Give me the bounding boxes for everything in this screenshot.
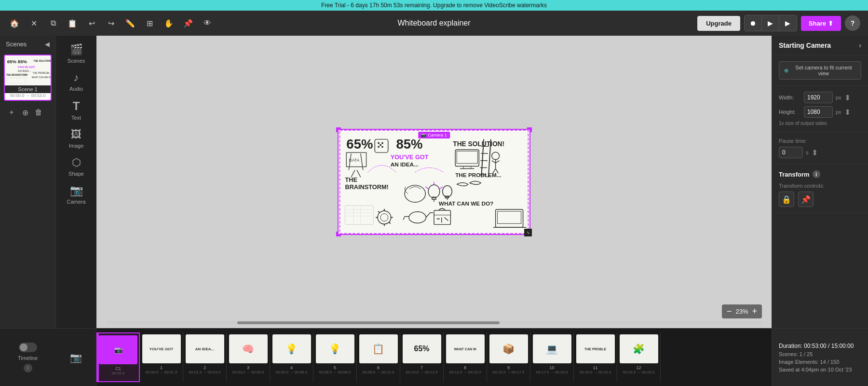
timeline-frame-3[interactable]: 🧠 3 00:03.0 → 00:05.5 bbox=[227, 332, 270, 382]
pin-transform-button[interactable]: 📌 bbox=[798, 192, 814, 207]
timeline-info-button[interactable]: i bbox=[24, 364, 32, 372]
svg-point-24 bbox=[381, 142, 383, 144]
height-input[interactable] bbox=[804, 106, 833, 118]
timeline-frames: 📷 C1 00:00.0 YOU'VE GOT 1 00:00.0 → 00:0… bbox=[96, 329, 772, 386]
timeline-frame-12[interactable]: 🧩 12 00:22.5 → 00:25.0 bbox=[617, 332, 661, 382]
status-right: Duration: 00:53:00 / 15:00:00 Scenes: 1 … bbox=[772, 329, 868, 386]
tool-text[interactable]: T Text bbox=[56, 96, 96, 124]
frame-time-9: 00:15.0 → 00:17.5 bbox=[493, 370, 525, 374]
timeline-camera-icon: 📷 bbox=[70, 352, 82, 363]
frame-label-c1: C1 bbox=[115, 366, 121, 371]
timeline-frame-11[interactable]: THE PROBLE 11 00:20.0 → 00:22.5 bbox=[574, 332, 617, 382]
toolbar-right: Upgrade ⏺ ▶ ▶ Share ⬆ ? bbox=[697, 15, 860, 31]
svg-text:YOU'VE GOT: YOU'VE GOT bbox=[18, 66, 35, 69]
pause-stepper[interactable]: ⬍ bbox=[812, 148, 818, 157]
pin-icon[interactable]: 📌 bbox=[181, 16, 195, 30]
camera-label: 📷 Camera 1 bbox=[418, 132, 450, 138]
zoom-in-button[interactable]: + bbox=[752, 306, 757, 317]
frame-label-11: 11 bbox=[593, 365, 597, 370]
grid-icon[interactable]: ⊞ bbox=[143, 16, 156, 30]
duplicate-icon[interactable]: ⧉ bbox=[46, 16, 60, 30]
camera-fit-button[interactable]: ⊕ Set camera to fit current view bbox=[779, 61, 861, 80]
camera-icon-small: 📷 bbox=[421, 133, 426, 138]
height-stepper[interactable]: ⬍ bbox=[844, 108, 851, 117]
timeline-frame-4[interactable]: 💡 4 00:05.5 → 00:06.5 bbox=[270, 332, 313, 382]
playback-play-btn[interactable]: ▶ bbox=[779, 15, 797, 31]
playback-preview-btn[interactable]: ▶ bbox=[762, 15, 779, 31]
frame-label-7: 7 bbox=[420, 365, 423, 370]
scene-label: Scene 1 bbox=[5, 85, 51, 93]
scene-thumbnail[interactable]: 65% 85% YOU'VE GOT AN IDEA... THE SOLUTI… bbox=[4, 55, 52, 101]
add-scene-after-button[interactable]: ⊕ bbox=[19, 107, 31, 118]
svg-point-26 bbox=[381, 146, 383, 148]
timeline-frame-7[interactable]: 65% 7 00:10.0 → 00:12.5 bbox=[400, 332, 444, 382]
tool-image[interactable]: 🖼 Image bbox=[56, 124, 96, 152]
transform-info-badge[interactable]: i bbox=[813, 170, 820, 178]
width-input[interactable] bbox=[804, 92, 833, 103]
width-stepper[interactable]: ⬍ bbox=[844, 93, 851, 102]
share-button[interactable]: Share ⬆ bbox=[801, 16, 841, 31]
tool-camera[interactable]: 📷 Camera bbox=[56, 180, 96, 208]
scenes-info-text: Scenes: 1 / 25 bbox=[779, 351, 861, 357]
frame-label-9: 9 bbox=[507, 365, 510, 370]
tool-audio-label: Audio bbox=[69, 86, 83, 92]
timeline-frame-5[interactable]: 💡 5 00:06.5 → 00:08.0 bbox=[313, 332, 357, 382]
frame-time-2: 00:01.5 → 00:03.0 bbox=[189, 370, 221, 374]
canvas-scrollbar[interactable] bbox=[106, 321, 762, 324]
image-elements-text: Image Elements: 14 / 150 bbox=[779, 359, 861, 365]
close-icon[interactable]: ✕ bbox=[27, 16, 41, 30]
tool-scenes[interactable]: 🎬 Scenes bbox=[56, 40, 96, 68]
add-scene-button[interactable]: + bbox=[6, 107, 17, 118]
draw-icon[interactable]: ✏️ bbox=[123, 16, 137, 30]
scenes-collapse-icon[interactable]: ◀ bbox=[45, 41, 50, 48]
delete-scene-button[interactable]: 🗑 bbox=[33, 107, 44, 118]
save-icon[interactable]: 📋 bbox=[66, 16, 79, 30]
upgrade-button[interactable]: Upgrade bbox=[697, 16, 740, 31]
image-icon: 🖼 bbox=[71, 128, 81, 141]
timeline-frame-1[interactable]: YOU'VE GOT 1 00:00.0 → 00:01.5 bbox=[140, 332, 183, 382]
svg-text:AN IDEA...: AN IDEA... bbox=[391, 161, 419, 167]
project-title: Whiteboard explainer bbox=[397, 19, 470, 28]
frame-label-12: 12 bbox=[636, 365, 641, 370]
lock-transform-button[interactable]: 🔒 bbox=[779, 192, 794, 207]
timeline-frame-6[interactable]: 📋 6 00:08.0 → 00:10.0 bbox=[357, 332, 400, 382]
scenes-title: Scenes bbox=[6, 41, 27, 48]
share-icon: ⬆ bbox=[828, 20, 833, 27]
zoom-out-button[interactable]: − bbox=[727, 306, 732, 317]
tool-audio[interactable]: ♪ Audio bbox=[56, 68, 96, 96]
timeline-frame-c1[interactable]: 📷 C1 00:00.0 bbox=[96, 332, 140, 382]
right-panel-expander[interactable]: › bbox=[859, 41, 861, 49]
help-button[interactable]: ? bbox=[845, 15, 860, 31]
preview-icon[interactable]: 👁 bbox=[201, 16, 214, 30]
corner-resize-icon[interactable]: ⤡ bbox=[524, 229, 532, 236]
timeline-label: Timeline bbox=[18, 355, 38, 361]
whiteboard-frame[interactable]: 📷 Camera 1 65% bbox=[338, 129, 530, 235]
playback-record-btn[interactable]: ⏺ bbox=[745, 15, 762, 31]
canvas-area[interactable]: 📷 Camera 1 65% bbox=[96, 36, 772, 328]
undo-icon[interactable]: ↩ bbox=[85, 16, 98, 30]
timeline-frame-8[interactable]: WHAT CAN W 8 00:12.5 → 00:15.0 bbox=[444, 332, 487, 382]
redo-icon[interactable]: ↪ bbox=[104, 16, 118, 30]
frame-label-5: 5 bbox=[334, 365, 336, 370]
svg-text:THE BRAINSTORM!: THE BRAINSTORM! bbox=[6, 74, 28, 76]
pause-unit: s bbox=[806, 150, 809, 155]
timeline-frame-9[interactable]: 📦 9 00:15.0 → 00:17.5 bbox=[487, 332, 530, 382]
tool-image-label: Image bbox=[69, 143, 84, 149]
svg-text:THE SOLUTION!: THE SOLUTION! bbox=[453, 140, 504, 148]
pause-input[interactable] bbox=[779, 147, 803, 158]
right-panel-title: Starting Camera bbox=[779, 41, 831, 49]
frame-label-6: 6 bbox=[377, 365, 380, 370]
scenes-header: Scenes ◀ bbox=[0, 36, 55, 53]
frame-time-7: 00:10.0 → 00:12.5 bbox=[406, 370, 438, 374]
home-icon[interactable]: 🏠 bbox=[8, 16, 21, 30]
hand-icon[interactable]: ✋ bbox=[162, 16, 176, 30]
svg-text:THE: THE bbox=[345, 176, 357, 183]
timeline-frame-10[interactable]: 💻 10 00:17.5 → 00:20.0 bbox=[530, 332, 574, 382]
svg-text:WHAT CAN WE DO?: WHAT CAN WE DO? bbox=[32, 76, 51, 79]
tool-shape[interactable]: ⬡ Shape bbox=[56, 152, 96, 180]
timeline-scroll[interactable]: 📷 C1 00:00.0 YOU'VE GOT 1 00:00.0 → 00:0… bbox=[96, 329, 772, 386]
timeline-toggle[interactable] bbox=[19, 343, 37, 352]
frame-thumb-8: WHAT CAN W bbox=[446, 334, 485, 363]
timeline-frame-2[interactable]: AN IDEA... 2 00:01.5 → 00:03.0 bbox=[183, 332, 227, 382]
zoom-level: 23% bbox=[735, 308, 748, 315]
